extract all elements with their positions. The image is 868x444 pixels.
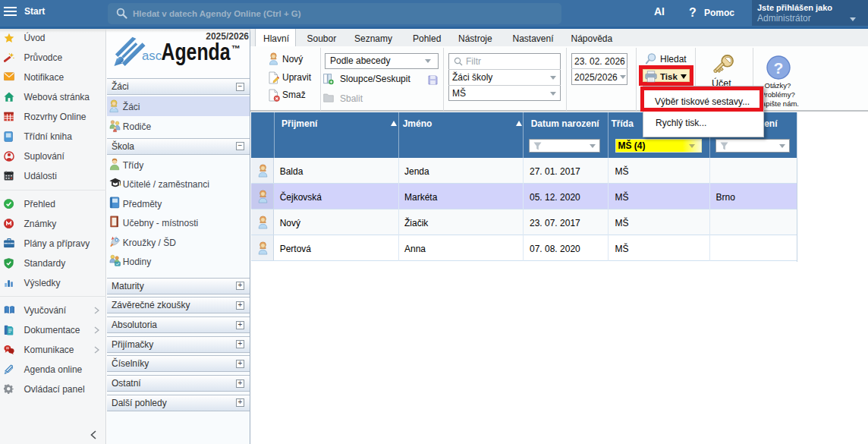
svg-text:?: ? bbox=[774, 59, 784, 77]
svg-text:asc: asc bbox=[142, 49, 162, 63]
svg-text:Agenda: Agenda bbox=[162, 39, 231, 65]
svg-text:™: ™ bbox=[231, 43, 241, 54]
